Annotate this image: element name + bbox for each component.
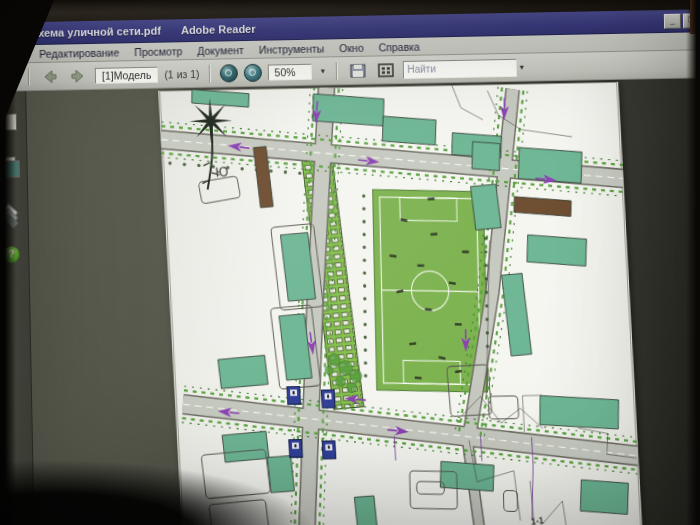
find-dropdown-icon[interactable]: ▼ — [518, 64, 525, 71]
menu-item-2[interactable]: Просмотр — [134, 45, 182, 58]
print-button[interactable] — [0, 67, 19, 87]
adobe-reader-window: 06 схема уличной сети.pdf Adobe Reader _… — [0, 9, 700, 525]
save-icon — [349, 63, 365, 77]
road-sign-icon — [289, 439, 303, 457]
brown-building — [514, 197, 571, 217]
teal-building — [222, 431, 269, 462]
monitor-photo: 06 схема уличной сети.pdf Adobe Reader _… — [0, 0, 700, 525]
teal-building — [502, 273, 532, 356]
page-count-label: (1 из 1) — [164, 67, 199, 80]
zoom-dropdown-icon[interactable]: ▼ — [319, 67, 326, 74]
teal-building — [440, 461, 494, 491]
page-panel-icon[interactable] — [1, 111, 17, 130]
print-icon — [0, 69, 18, 85]
toolbar-separator — [208, 64, 210, 82]
photo-top-edge — [0, 0, 700, 12]
south-label: Ю — [215, 164, 229, 180]
document-background: Ю 1-1 пер.Фучика — [26, 78, 700, 525]
window-title-app: Adobe Reader — [181, 23, 256, 36]
nav-next-icon — [70, 69, 86, 83]
minimize-button[interactable]: _ — [664, 13, 681, 28]
street-network-scheme: Ю 1-1 пер.Фучика — [158, 82, 643, 525]
teal-building — [382, 116, 436, 145]
menu-item-0[interactable]: Файл — [0, 48, 24, 60]
zoom-in-icon[interactable] — [243, 63, 261, 81]
teal-building — [472, 142, 500, 171]
menu-item-1[interactable]: Редактирование — [39, 46, 119, 60]
save-copy-button[interactable] — [346, 60, 368, 80]
zoom-out-icon[interactable] — [219, 64, 237, 82]
road-sign-icon — [322, 441, 336, 459]
find-input[interactable] — [402, 58, 516, 78]
road-sign-icon — [287, 386, 301, 404]
teal-building — [267, 456, 294, 493]
window-title-filename: 06 схема уличной сети.pdf — [17, 25, 161, 40]
teal-building — [218, 355, 268, 388]
howto-help-icon[interactable]: ? — [3, 246, 19, 262]
nav-prev-icon — [42, 69, 58, 83]
fullscreen-button[interactable] — [374, 60, 396, 80]
page-label-box[interactable]: [1]Модель — [95, 66, 159, 83]
menu-item-4[interactable]: Инструменты — [259, 42, 325, 55]
attachments-panel-icon[interactable] — [1, 156, 17, 175]
teal-building — [354, 496, 378, 525]
teal-building — [471, 184, 502, 230]
next-view-button[interactable] — [67, 66, 89, 86]
fullscreen-icon — [377, 63, 393, 77]
layers-panel-icon[interactable] — [2, 201, 18, 220]
teal-building — [580, 480, 628, 515]
toolbar-separator — [335, 62, 337, 80]
pdf-page[interactable]: Ю 1-1 пер.Фучика — [158, 82, 643, 525]
pdf-file-icon — [0, 26, 11, 42]
toolbar-separator — [28, 68, 30, 86]
zoom-level-box[interactable]: 50% — [267, 63, 311, 80]
menu-item-3[interactable]: Документ — [197, 44, 244, 57]
maximize-button[interactable]: ❐ — [683, 13, 700, 28]
road-sign-icon — [321, 390, 335, 408]
teal-building — [540, 396, 619, 429]
teal-building — [313, 94, 384, 126]
previous-view-button[interactable] — [39, 66, 61, 86]
menu-item-6[interactable]: Справка — [379, 40, 420, 53]
section-label: 1-1 — [530, 515, 544, 525]
menu-item-5[interactable]: Окно — [339, 41, 364, 53]
teal-building — [192, 90, 249, 108]
teal-building — [527, 235, 587, 266]
